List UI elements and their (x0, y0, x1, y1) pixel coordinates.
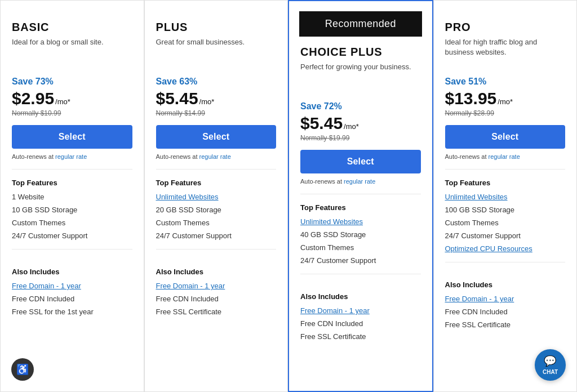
auto-renews-basic: Auto-renews at regular rate (12, 153, 132, 160)
features-list-pro: Unlimited Websites100 GB SSD StorageCust… (445, 193, 566, 253)
price-suffix-plus: /mo* (199, 97, 215, 106)
select-button-plus[interactable]: Select (156, 125, 277, 149)
regular-rate-link-choice-plus[interactable]: regular rate (344, 178, 375, 185)
plan-card-choice-plus: RecommendedCHOICE PLUSPerfect for growin… (288, 0, 433, 392)
feature-item: Custom Themes (12, 219, 132, 227)
chat-label: CHAT (543, 369, 558, 375)
price-main-choice-plus: $5.45 (300, 114, 343, 133)
feature-item: Unlimited Websites (156, 193, 277, 201)
feature-item: Unlimited Websites (300, 217, 421, 226)
feature-item: Unlimited Websites (445, 193, 566, 201)
plan-card-pro: PROIdeal for high traffic blog and busin… (433, 0, 578, 392)
feature-item: 20 GB SSD Storage (156, 206, 277, 214)
price-suffix-pro: /mo* (498, 97, 513, 106)
regular-rate-link-pro[interactable]: regular rate (489, 153, 520, 160)
select-button-basic[interactable]: Select (12, 125, 132, 149)
include-item: Free Domain - 1 year (300, 306, 421, 315)
include-item: Free CDN Included (12, 295, 132, 303)
feature-item: 24/7 Customer Support (12, 231, 132, 240)
include-item: Free CDN Included (445, 308, 566, 316)
save-label-plus: Save 63% (156, 77, 277, 87)
feature-item: Custom Themes (156, 219, 277, 227)
divider-includes-pro (445, 262, 566, 262)
feature-item: Custom Themes (300, 243, 421, 252)
include-item: Free SSL Certificate (445, 320, 566, 329)
recommended-banner: Recommended (299, 11, 422, 37)
auto-renews-choice-plus: Auto-renews at regular rate (300, 178, 421, 185)
top-features-label-basic: Top Features (12, 179, 132, 187)
select-button-choice-plus[interactable]: Select (300, 150, 421, 173)
price-suffix-basic: /mo* (55, 97, 70, 106)
normally-choice-plus: Normally $19.99 (300, 134, 421, 142)
include-item: Free SSL for the 1st year (12, 308, 132, 316)
also-includes-list-plus: Free Domain - 1 yearFree CDN IncludedFre… (156, 282, 277, 316)
plan-desc-basic: Ideal for a blog or small site. (12, 37, 132, 66)
normally-basic: Normally $10.99 (12, 109, 132, 117)
divider-includes-choice-plus (300, 274, 421, 274)
chat-button[interactable]: 💬 CHAT (535, 349, 566, 381)
feature-item: 1 Website (12, 193, 132, 201)
price-main-plus: $5.45 (156, 89, 198, 108)
accessibility-icon: ♿ (16, 363, 29, 376)
include-link-choice-plus-0[interactable]: Free Domain - 1 year (300, 306, 370, 315)
include-item: Free Domain - 1 year (156, 282, 277, 290)
features-list-basic: 1 Website10 GB SSD StorageCustom Themes2… (12, 193, 132, 240)
save-label-pro: Save 51% (445, 77, 566, 87)
select-button-pro[interactable]: Select (445, 125, 566, 149)
top-features-label-pro: Top Features (445, 179, 566, 187)
price-main-pro: $13.95 (445, 89, 497, 108)
regular-rate-link-plus[interactable]: regular rate (199, 153, 231, 160)
save-label-choice-plus: Save 72% (300, 101, 421, 112)
feature-link-pro-4[interactable]: Optimized CPU Resources (445, 244, 532, 253)
plan-name-choice-plus: CHOICE PLUS (300, 46, 421, 59)
feature-item: Custom Themes (445, 219, 566, 227)
feature-link-choice-plus-0[interactable]: Unlimited Websites (300, 217, 363, 226)
feature-link-plus-0[interactable]: Unlimited Websites (156, 193, 219, 201)
features-list-plus: Unlimited Websites20 GB SSD StorageCusto… (156, 193, 277, 240)
plan-desc-plus: Great for small businesses. (156, 37, 277, 66)
save-label-basic: Save 73% (12, 77, 132, 87)
plan-desc-choice-plus: Perfect for growing your business. (300, 62, 421, 91)
divider-features-plus (156, 169, 277, 170)
normally-pro: Normally $28.99 (445, 109, 566, 117)
also-includes-label-pro: Also Includes (445, 280, 566, 289)
feature-item: Optimized CPU Resources (445, 244, 566, 253)
accessibility-button[interactable]: ♿ (11, 358, 34, 381)
regular-rate-link-basic[interactable]: regular rate (55, 153, 87, 160)
also-includes-list-basic: Free Domain - 1 yearFree CDN IncludedFre… (12, 282, 132, 316)
include-link-plus-0[interactable]: Free Domain - 1 year (156, 282, 225, 290)
include-link-pro-0[interactable]: Free Domain - 1 year (445, 295, 514, 303)
price-row-plus: $5.45 /mo* (156, 89, 277, 108)
include-item: Free Domain - 1 year (12, 282, 132, 290)
include-link-basic-0[interactable]: Free Domain - 1 year (12, 282, 81, 290)
feature-item: 100 GB SSD Storage (445, 206, 566, 214)
plan-desc-pro: Ideal for high traffic blog and business… (445, 37, 566, 66)
feature-link-pro-0[interactable]: Unlimited Websites (445, 193, 508, 201)
auto-renews-pro: Auto-renews at regular rate (445, 153, 566, 160)
feature-item: 40 GB SSD Storage (300, 230, 421, 239)
feature-item: 24/7 Customer Support (300, 256, 421, 265)
also-includes-list-choice-plus: Free Domain - 1 yearFree CDN IncludedFre… (300, 306, 421, 341)
include-item: Free CDN Included (300, 319, 421, 328)
also-includes-label-choice-plus: Also Includes (300, 292, 421, 301)
plan-card-basic: BASICIdeal for a blog or small site.Save… (0, 0, 144, 392)
plan-name-pro: PRO (445, 21, 566, 34)
normally-plus: Normally $14.99 (156, 109, 277, 117)
feature-item: 24/7 Customer Support (156, 231, 277, 240)
also-includes-list-pro: Free Domain - 1 yearFree CDN IncludedFre… (445, 295, 566, 329)
divider-features-pro (445, 169, 566, 170)
also-includes-label-basic: Also Includes (12, 268, 132, 276)
also-includes-label-plus: Also Includes (156, 268, 277, 276)
features-list-choice-plus: Unlimited Websites40 GB SSD StorageCusto… (300, 217, 421, 265)
pricing-section: BASICIdeal for a blog or small site.Save… (0, 0, 577, 392)
auto-renews-plus: Auto-renews at regular rate (156, 153, 277, 160)
top-features-label-choice-plus: Top Features (300, 203, 421, 212)
include-item: Free SSL Certificate (156, 308, 277, 316)
plan-card-plus: PLUSGreat for small businesses.Save 63% … (144, 0, 288, 392)
chat-icon: 💬 (544, 355, 556, 367)
plan-name-plus: PLUS (156, 21, 277, 34)
plan-name-basic: BASIC (12, 21, 132, 34)
top-features-label-plus: Top Features (156, 179, 277, 187)
feature-item: 24/7 Customer Support (445, 231, 566, 240)
divider-features-basic (12, 169, 132, 170)
